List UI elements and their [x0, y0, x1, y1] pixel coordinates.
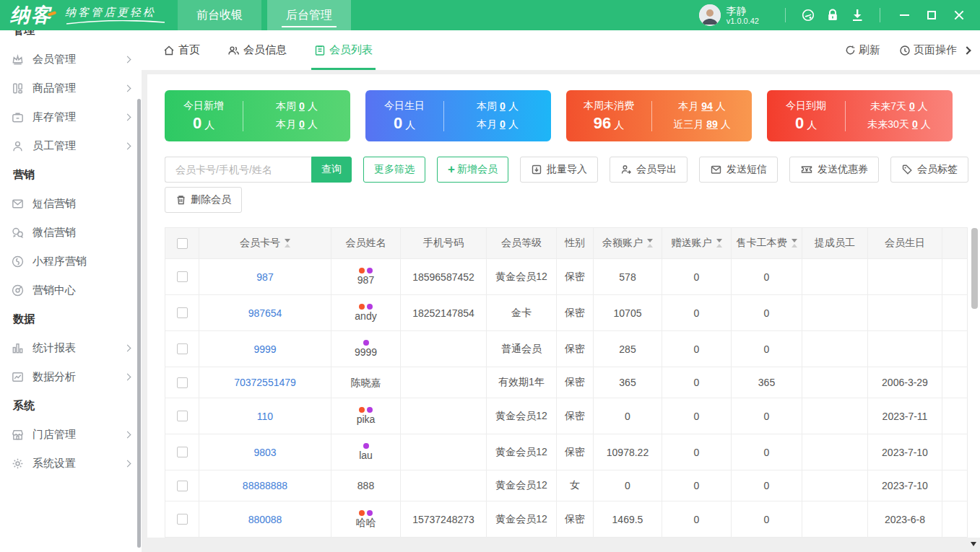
- import-icon: [531, 164, 542, 175]
- extra-cell: [942, 367, 968, 398]
- member-search-input[interactable]: [175, 164, 306, 175]
- delete-member-button[interactable]: 删除会员: [165, 187, 242, 213]
- sort-control[interactable]: [647, 239, 653, 247]
- chevron-right-icon: [124, 344, 131, 351]
- sidebar-item-marketing-center[interactable]: 营销中心: [0, 276, 142, 305]
- send-coupon-button[interactable]: 发送优惠券: [789, 157, 879, 183]
- chevron-right-icon: [124, 431, 131, 438]
- birthday-cell: [868, 259, 942, 294]
- minimize-button[interactable]: [890, 0, 918, 30]
- phone-cell: 15737248273: [401, 501, 487, 537]
- table-row: 110pika黄金会员12保密0002023-7-11: [165, 398, 967, 434]
- column-card-fee: 售卡工本费: [732, 228, 802, 258]
- sidebar-item-inventory-management[interactable]: 库存管理: [0, 102, 142, 131]
- row-checkbox[interactable]: [177, 271, 188, 282]
- gender-cell: 保密: [557, 295, 594, 330]
- member-card-link[interactable]: 110: [257, 411, 273, 422]
- scroll-down-arrow[interactable]: [971, 542, 976, 546]
- chevron-right-icon[interactable]: [963, 46, 971, 54]
- tab-member-info[interactable]: 会员信息: [227, 30, 287, 70]
- row-checkbox[interactable]: [177, 481, 188, 491]
- search-button[interactable]: 查询: [311, 157, 352, 183]
- refresh-button[interactable]: 刷新: [845, 43, 880, 57]
- stat-value-link[interactable]: 0: [500, 100, 506, 112]
- sidebar-item-system-settings[interactable]: 系统设置: [0, 449, 142, 478]
- stat-value-link[interactable]: 0: [299, 100, 305, 112]
- logo-text: 纳客: [10, 2, 52, 28]
- stat-value-link[interactable]: 89: [706, 118, 718, 130]
- commission-staff-cell: [802, 470, 868, 501]
- row-checkbox[interactable]: [177, 307, 188, 318]
- close-button[interactable]: [945, 0, 973, 30]
- vertical-scrollbar-thumb[interactable]: [971, 228, 978, 309]
- row-checkbox[interactable]: [177, 343, 188, 354]
- add-member-button[interactable]: +新增会员: [437, 157, 508, 183]
- nav-tab-front-cashier[interactable]: 前台收银: [178, 0, 261, 30]
- sidebar-item-wechat-marketing[interactable]: 微信营销: [0, 218, 142, 247]
- gender-cell: 保密: [557, 331, 594, 367]
- row-checkbox[interactable]: [177, 377, 188, 388]
- batch-import-button[interactable]: 批量导入: [520, 157, 598, 183]
- column-extra: [942, 228, 968, 258]
- tab-member-list[interactable]: 会员列表: [314, 30, 373, 70]
- sidebar-item-goods-management[interactable]: 商品管理: [0, 74, 142, 102]
- sidebar-item-data-analysis[interactable]: 数据分析: [0, 362, 142, 391]
- sort-control[interactable]: [285, 239, 290, 247]
- member-card-link[interactable]: 70372551479: [234, 377, 296, 388]
- sidebar-item-sms-marketing[interactable]: 短信营销: [0, 189, 142, 218]
- member-name-cell: andy: [331, 295, 401, 330]
- member-card-link[interactable]: 9999: [253, 343, 276, 355]
- avatar: [699, 4, 721, 26]
- extra-cell: [942, 470, 968, 501]
- row-checkbox[interactable]: [177, 411, 188, 421]
- member-card-link[interactable]: 987654: [248, 307, 282, 319]
- sidebar-scrollbar[interactable]: [137, 99, 141, 548]
- sidebar-item-miniprogram-marketing[interactable]: 小程序营销: [0, 247, 142, 276]
- support-icon[interactable]: [796, 0, 820, 30]
- stat-value-link[interactable]: 0: [299, 118, 305, 130]
- gift-account-cell: 0: [662, 398, 732, 434]
- lock-icon[interactable]: [820, 0, 845, 30]
- select-all-checkbox[interactable]: [177, 238, 188, 249]
- member-export-button[interactable]: 会员导出: [610, 157, 688, 183]
- chevron-right-icon: [124, 142, 131, 149]
- table-body: 98798718596587452黄金会员12保密57800987654andy…: [165, 258, 967, 538]
- stat-value-link[interactable]: 0: [909, 100, 915, 112]
- row-checkbox[interactable]: [177, 447, 188, 457]
- sidebar-item-store-management[interactable]: 门店管理: [0, 420, 142, 449]
- more-filters-button[interactable]: 更多筛选: [363, 157, 425, 183]
- member-card-link[interactable]: 88888888: [243, 480, 287, 491]
- table-row: 99999999普通会员保密28500: [165, 330, 967, 367]
- stat-value-link[interactable]: 0: [912, 118, 918, 130]
- sidebar-item-member-management[interactable]: 会员管理: [0, 45, 142, 74]
- balance-cell: 1469.5: [594, 501, 662, 537]
- sort-control[interactable]: [792, 239, 797, 247]
- card-fee-cell: 0: [732, 470, 802, 501]
- birthday-cell: 2006-3-29: [868, 367, 942, 398]
- user-block[interactable]: 李静 v1.0.0.42: [699, 4, 759, 26]
- coupon-icon: [800, 164, 813, 175]
- purple-dot-icon: [363, 443, 369, 449]
- nav-tab-backend-admin[interactable]: 后台管理: [267, 0, 351, 30]
- row-checkbox[interactable]: [177, 514, 188, 525]
- member-card-link[interactable]: 880088: [248, 514, 282, 525]
- divider: [785, 8, 786, 22]
- sort-control[interactable]: [716, 239, 722, 247]
- sidebar-item-staff-management[interactable]: 员工管理: [0, 131, 142, 160]
- send-sms-button[interactable]: 发送短信: [699, 157, 778, 183]
- maximize-button[interactable]: [918, 0, 945, 30]
- member-card-link[interactable]: 9803: [253, 447, 276, 458]
- stat-value-link[interactable]: 0: [500, 118, 506, 130]
- member-name-cell: 888: [331, 470, 401, 501]
- member-tag-dots: [363, 340, 369, 346]
- download-icon[interactable]: [845, 0, 870, 30]
- page-operations-button[interactable]: 页面操作: [899, 43, 957, 57]
- tab-home[interactable]: 首页: [163, 30, 200, 70]
- member-tag-button[interactable]: 会员标签: [890, 157, 968, 183]
- stat-value-link[interactable]: 94: [701, 100, 713, 112]
- sidebar-item-statistics-report[interactable]: 统计报表: [0, 333, 142, 362]
- slogan: 纳客管店更轻松: [65, 0, 166, 30]
- level-cell: 黄金会员12: [487, 470, 557, 501]
- gender-cell: 保密: [557, 501, 594, 537]
- member-card-link[interactable]: 987: [256, 271, 273, 283]
